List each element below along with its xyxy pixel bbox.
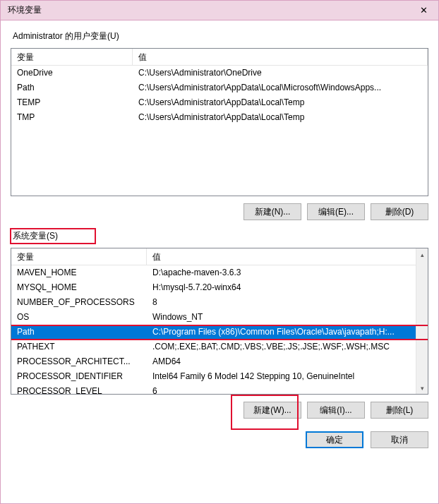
table-row[interactable]: PathC:\Users\Administrator\AppData\Local… xyxy=(11,80,428,95)
cell-name: MYSQL_HOME xyxy=(11,280,147,295)
env-vars-dialog: 环境变量 ✕ Administrator 的用户变量(U) 变量 值 OneDr… xyxy=(0,0,439,504)
system-delete-button[interactable]: 删除(L) xyxy=(371,402,428,419)
cell-name: PROCESSOR_ARCHITECT... xyxy=(11,354,147,369)
col-name[interactable]: 变量 xyxy=(11,49,133,65)
cell-value: Windows_NT xyxy=(147,310,428,325)
system-vars-group: 系统变量(S) 变量 值 MAVEN_HOMED:\apache-maven-3… xyxy=(11,229,428,419)
listview-body[interactable]: OneDriveC:\Users\Administrator\OneDriveP… xyxy=(11,66,428,125)
table-row[interactable]: OSWindows_NT xyxy=(11,310,428,325)
table-row[interactable]: PROCESSOR_ARCHITECT...AMD64 xyxy=(11,354,428,369)
table-row[interactable]: TMPC:\Users\Administrator\AppData\Local\… xyxy=(11,110,428,125)
table-row[interactable]: PROCESSOR_IDENTIFIERIntel64 Family 6 Mod… xyxy=(11,369,428,384)
close-icon[interactable]: ✕ xyxy=(409,1,438,20)
user-edit-button[interactable]: 编辑(E)... xyxy=(307,203,365,220)
cell-name: PROCESSOR_IDENTIFIER xyxy=(11,369,147,384)
col-value[interactable]: 值 xyxy=(147,248,428,265)
dialog-content: Administrator 的用户变量(U) 变量 值 OneDriveC:\U… xyxy=(1,20,438,503)
listview-header: 变量 值 xyxy=(11,49,428,66)
cell-name: MAVEN_HOME xyxy=(11,265,147,280)
ok-button[interactable]: 确定 xyxy=(306,431,363,448)
table-row[interactable]: TEMPC:\Users\Administrator\AppData\Local… xyxy=(11,95,428,110)
user-vars-group: Administrator 的用户变量(U) 变量 值 OneDriveC:\U… xyxy=(11,29,428,220)
cell-name: PROCESSOR_LEVEL xyxy=(11,384,147,394)
cell-name: NUMBER_OF_PROCESSORS xyxy=(11,295,147,310)
cell-value: C:\Program Files (x86)\Common Files\Orac… xyxy=(147,325,428,340)
system-vars-listview[interactable]: 变量 值 MAVEN_HOMED:\apache-maven-3.6.3MYSQ… xyxy=(11,248,428,395)
listview-header: 变量 值 xyxy=(11,248,428,265)
cell-value: D:\apache-maven-3.6.3 xyxy=(147,265,428,280)
cell-value: C:\Users\Administrator\OneDrive xyxy=(133,66,428,80)
col-value[interactable]: 值 xyxy=(133,49,428,65)
system-new-button[interactable]: 新建(W)... xyxy=(243,402,301,419)
cell-name: OS xyxy=(11,310,147,325)
table-row[interactable]: PROCESSOR_LEVEL6 xyxy=(11,384,428,394)
cancel-button[interactable]: 取消 xyxy=(371,431,428,448)
table-row[interactable]: MYSQL_HOMEH:\mysql-5.7.20-winx64 xyxy=(11,280,428,295)
user-delete-button[interactable]: 删除(D) xyxy=(371,203,428,220)
table-row[interactable]: PATHEXT.COM;.EXE;.BAT;.CMD;.VBS;.VBE;.JS… xyxy=(11,340,428,354)
cell-name: Path xyxy=(11,325,147,340)
cell-name: TEMP xyxy=(11,95,133,110)
window-title: 环境变量 xyxy=(8,4,42,16)
cell-value: C:\Users\Administrator\AppData\Local\Mic… xyxy=(133,80,428,95)
cell-value: C:\Users\Administrator\AppData\Local\Tem… xyxy=(133,95,428,110)
user-buttons-row: 新建(N)... 编辑(E)... 删除(D) xyxy=(11,203,428,220)
cell-name: PATHEXT xyxy=(11,340,147,354)
titlebar[interactable]: 环境变量 ✕ xyxy=(1,1,438,20)
system-edit-button[interactable]: 编辑(I)... xyxy=(307,402,365,419)
user-vars-listview[interactable]: 变量 值 OneDriveC:\Users\Administrator\OneD… xyxy=(11,48,428,196)
cell-name: TMP xyxy=(11,110,133,125)
cell-name: Path xyxy=(11,80,133,95)
scroll-down-icon[interactable]: ▾ xyxy=(416,382,428,394)
cell-name: OneDrive xyxy=(11,66,133,80)
system-vars-label: 系统变量(S) xyxy=(11,229,95,244)
user-new-button[interactable]: 新建(N)... xyxy=(243,203,301,220)
cell-value: 8 xyxy=(147,295,428,310)
user-vars-label: Administrator 的用户变量(U) xyxy=(11,29,428,44)
cell-value: AMD64 xyxy=(147,354,428,369)
table-row[interactable]: OneDriveC:\Users\Administrator\OneDrive xyxy=(11,66,428,80)
table-row[interactable]: MAVEN_HOMED:\apache-maven-3.6.3 xyxy=(11,265,428,280)
scroll-up-icon[interactable]: ▴ xyxy=(416,248,428,260)
cell-value: Intel64 Family 6 Model 142 Stepping 10, … xyxy=(147,369,428,384)
system-buttons-row: 新建(W)... 编辑(I)... 删除(L) xyxy=(11,402,428,419)
cell-value: C:\Users\Administrator\AppData\Local\Tem… xyxy=(133,110,428,125)
dialog-footer: 确定 取消 xyxy=(11,431,428,448)
col-name[interactable]: 变量 xyxy=(11,248,147,265)
cell-value: 6 xyxy=(147,384,428,394)
scrollbar-vertical[interactable]: ▴ ▾ xyxy=(416,248,428,394)
table-row[interactable]: PathC:\Program Files (x86)\Common Files\… xyxy=(11,325,428,340)
listview-body[interactable]: MAVEN_HOMED:\apache-maven-3.6.3MYSQL_HOM… xyxy=(11,265,428,394)
table-row[interactable]: NUMBER_OF_PROCESSORS8 xyxy=(11,295,428,310)
cell-value: H:\mysql-5.7.20-winx64 xyxy=(147,280,428,295)
cell-value: .COM;.EXE;.BAT;.CMD;.VBS;.VBE;.JS;.JSE;.… xyxy=(147,340,428,354)
